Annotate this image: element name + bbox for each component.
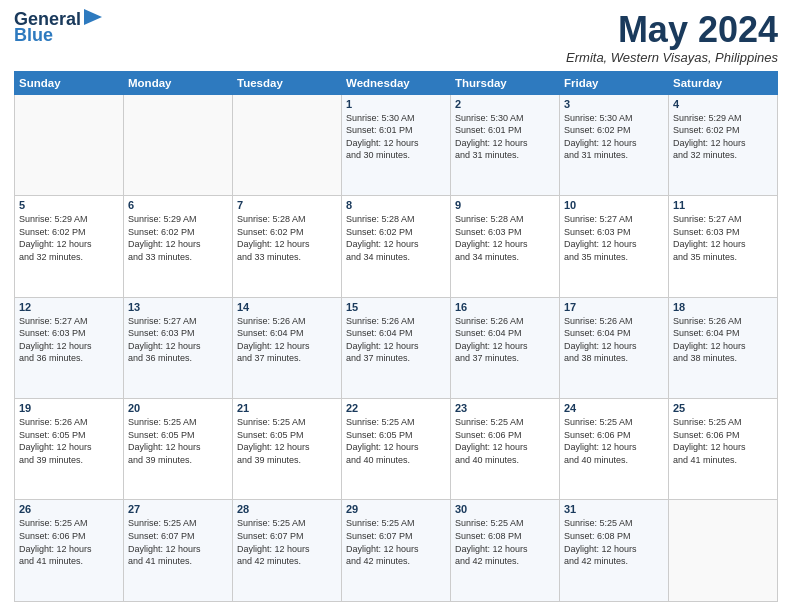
calendar-cell: 9Sunrise: 5:28 AM Sunset: 6:03 PM Daylig… xyxy=(451,196,560,297)
day-number: 5 xyxy=(19,199,119,211)
day-info: Sunrise: 5:28 AM Sunset: 6:02 PM Dayligh… xyxy=(346,213,446,263)
main-container: General Blue May 2024 Ermita, Western Vi… xyxy=(0,0,792,612)
calendar-week-4: 19Sunrise: 5:26 AM Sunset: 6:05 PM Dayli… xyxy=(15,399,778,500)
calendar-cell: 8Sunrise: 5:28 AM Sunset: 6:02 PM Daylig… xyxy=(342,196,451,297)
calendar-cell: 31Sunrise: 5:25 AM Sunset: 6:08 PM Dayli… xyxy=(560,500,669,602)
day-number: 21 xyxy=(237,402,337,414)
calendar-cell: 28Sunrise: 5:25 AM Sunset: 6:07 PM Dayli… xyxy=(233,500,342,602)
col-monday: Monday xyxy=(124,71,233,94)
calendar-week-5: 26Sunrise: 5:25 AM Sunset: 6:06 PM Dayli… xyxy=(15,500,778,602)
day-number: 17 xyxy=(564,301,664,313)
title-area: May 2024 Ermita, Western Visayas, Philip… xyxy=(566,10,778,65)
day-number: 27 xyxy=(128,503,228,515)
location: Ermita, Western Visayas, Philippines xyxy=(566,50,778,65)
calendar-cell: 7Sunrise: 5:28 AM Sunset: 6:02 PM Daylig… xyxy=(233,196,342,297)
col-thursday: Thursday xyxy=(451,71,560,94)
calendar-cell: 22Sunrise: 5:25 AM Sunset: 6:05 PM Dayli… xyxy=(342,399,451,500)
day-number: 2 xyxy=(455,98,555,110)
day-info: Sunrise: 5:25 AM Sunset: 6:06 PM Dayligh… xyxy=(19,517,119,567)
day-info: Sunrise: 5:27 AM Sunset: 6:03 PM Dayligh… xyxy=(673,213,773,263)
day-info: Sunrise: 5:25 AM Sunset: 6:07 PM Dayligh… xyxy=(346,517,446,567)
day-info: Sunrise: 5:28 AM Sunset: 6:03 PM Dayligh… xyxy=(455,213,555,263)
calendar-cell: 15Sunrise: 5:26 AM Sunset: 6:04 PM Dayli… xyxy=(342,297,451,398)
day-info: Sunrise: 5:30 AM Sunset: 6:02 PM Dayligh… xyxy=(564,112,664,162)
day-info: Sunrise: 5:27 AM Sunset: 6:03 PM Dayligh… xyxy=(19,315,119,365)
day-info: Sunrise: 5:25 AM Sunset: 6:06 PM Dayligh… xyxy=(673,416,773,466)
calendar-cell: 14Sunrise: 5:26 AM Sunset: 6:04 PM Dayli… xyxy=(233,297,342,398)
calendar-cell: 20Sunrise: 5:25 AM Sunset: 6:05 PM Dayli… xyxy=(124,399,233,500)
calendar-cell: 3Sunrise: 5:30 AM Sunset: 6:02 PM Daylig… xyxy=(560,94,669,195)
day-number: 4 xyxy=(673,98,773,110)
day-number: 15 xyxy=(346,301,446,313)
day-number: 28 xyxy=(237,503,337,515)
day-info: Sunrise: 5:25 AM Sunset: 6:08 PM Dayligh… xyxy=(455,517,555,567)
day-info: Sunrise: 5:25 AM Sunset: 6:07 PM Dayligh… xyxy=(237,517,337,567)
calendar-week-2: 5Sunrise: 5:29 AM Sunset: 6:02 PM Daylig… xyxy=(15,196,778,297)
day-info: Sunrise: 5:26 AM Sunset: 6:04 PM Dayligh… xyxy=(673,315,773,365)
day-number: 9 xyxy=(455,199,555,211)
calendar-cell xyxy=(669,500,778,602)
day-info: Sunrise: 5:26 AM Sunset: 6:04 PM Dayligh… xyxy=(346,315,446,365)
calendar-cell: 24Sunrise: 5:25 AM Sunset: 6:06 PM Dayli… xyxy=(560,399,669,500)
day-info: Sunrise: 5:29 AM Sunset: 6:02 PM Dayligh… xyxy=(673,112,773,162)
day-info: Sunrise: 5:27 AM Sunset: 6:03 PM Dayligh… xyxy=(128,315,228,365)
day-info: Sunrise: 5:26 AM Sunset: 6:04 PM Dayligh… xyxy=(564,315,664,365)
col-saturday: Saturday xyxy=(669,71,778,94)
day-number: 29 xyxy=(346,503,446,515)
day-number: 22 xyxy=(346,402,446,414)
calendar-cell: 11Sunrise: 5:27 AM Sunset: 6:03 PM Dayli… xyxy=(669,196,778,297)
day-number: 11 xyxy=(673,199,773,211)
logo-icon xyxy=(84,9,106,25)
day-number: 13 xyxy=(128,301,228,313)
day-info: Sunrise: 5:25 AM Sunset: 6:06 PM Dayligh… xyxy=(455,416,555,466)
calendar-cell: 23Sunrise: 5:25 AM Sunset: 6:06 PM Dayli… xyxy=(451,399,560,500)
day-info: Sunrise: 5:30 AM Sunset: 6:01 PM Dayligh… xyxy=(455,112,555,162)
day-number: 3 xyxy=(564,98,664,110)
day-number: 26 xyxy=(19,503,119,515)
calendar-cell: 2Sunrise: 5:30 AM Sunset: 6:01 PM Daylig… xyxy=(451,94,560,195)
calendar-cell: 17Sunrise: 5:26 AM Sunset: 6:04 PM Dayli… xyxy=(560,297,669,398)
day-number: 1 xyxy=(346,98,446,110)
day-info: Sunrise: 5:28 AM Sunset: 6:02 PM Dayligh… xyxy=(237,213,337,263)
month-title: May 2024 xyxy=(566,10,778,50)
col-friday: Friday xyxy=(560,71,669,94)
calendar-cell: 25Sunrise: 5:25 AM Sunset: 6:06 PM Dayli… xyxy=(669,399,778,500)
logo: General Blue xyxy=(14,10,106,46)
day-info: Sunrise: 5:25 AM Sunset: 6:06 PM Dayligh… xyxy=(564,416,664,466)
day-number: 6 xyxy=(128,199,228,211)
calendar-cell: 6Sunrise: 5:29 AM Sunset: 6:02 PM Daylig… xyxy=(124,196,233,297)
day-number: 16 xyxy=(455,301,555,313)
calendar-cell: 21Sunrise: 5:25 AM Sunset: 6:05 PM Dayli… xyxy=(233,399,342,500)
calendar-header-row: Sunday Monday Tuesday Wednesday Thursday… xyxy=(15,71,778,94)
day-number: 23 xyxy=(455,402,555,414)
day-number: 30 xyxy=(455,503,555,515)
day-info: Sunrise: 5:25 AM Sunset: 6:07 PM Dayligh… xyxy=(128,517,228,567)
day-number: 7 xyxy=(237,199,337,211)
day-info: Sunrise: 5:29 AM Sunset: 6:02 PM Dayligh… xyxy=(128,213,228,263)
calendar-cell: 29Sunrise: 5:25 AM Sunset: 6:07 PM Dayli… xyxy=(342,500,451,602)
calendar-cell: 12Sunrise: 5:27 AM Sunset: 6:03 PM Dayli… xyxy=(15,297,124,398)
calendar-cell: 18Sunrise: 5:26 AM Sunset: 6:04 PM Dayli… xyxy=(669,297,778,398)
calendar-cell: 19Sunrise: 5:26 AM Sunset: 6:05 PM Dayli… xyxy=(15,399,124,500)
day-number: 10 xyxy=(564,199,664,211)
calendar-cell: 27Sunrise: 5:25 AM Sunset: 6:07 PM Dayli… xyxy=(124,500,233,602)
calendar-cell: 5Sunrise: 5:29 AM Sunset: 6:02 PM Daylig… xyxy=(15,196,124,297)
col-sunday: Sunday xyxy=(15,71,124,94)
day-info: Sunrise: 5:30 AM Sunset: 6:01 PM Dayligh… xyxy=(346,112,446,162)
calendar-cell: 16Sunrise: 5:26 AM Sunset: 6:04 PM Dayli… xyxy=(451,297,560,398)
day-info: Sunrise: 5:26 AM Sunset: 6:05 PM Dayligh… xyxy=(19,416,119,466)
calendar-table: Sunday Monday Tuesday Wednesday Thursday… xyxy=(14,71,778,602)
day-info: Sunrise: 5:29 AM Sunset: 6:02 PM Dayligh… xyxy=(19,213,119,263)
calendar-cell: 26Sunrise: 5:25 AM Sunset: 6:06 PM Dayli… xyxy=(15,500,124,602)
day-number: 8 xyxy=(346,199,446,211)
day-info: Sunrise: 5:26 AM Sunset: 6:04 PM Dayligh… xyxy=(455,315,555,365)
day-number: 20 xyxy=(128,402,228,414)
calendar-week-3: 12Sunrise: 5:27 AM Sunset: 6:03 PM Dayli… xyxy=(15,297,778,398)
calendar-cell xyxy=(15,94,124,195)
day-info: Sunrise: 5:25 AM Sunset: 6:05 PM Dayligh… xyxy=(237,416,337,466)
day-number: 14 xyxy=(237,301,337,313)
calendar-cell: 1Sunrise: 5:30 AM Sunset: 6:01 PM Daylig… xyxy=(342,94,451,195)
calendar-cell xyxy=(124,94,233,195)
day-info: Sunrise: 5:27 AM Sunset: 6:03 PM Dayligh… xyxy=(564,213,664,263)
svg-marker-0 xyxy=(84,9,102,25)
